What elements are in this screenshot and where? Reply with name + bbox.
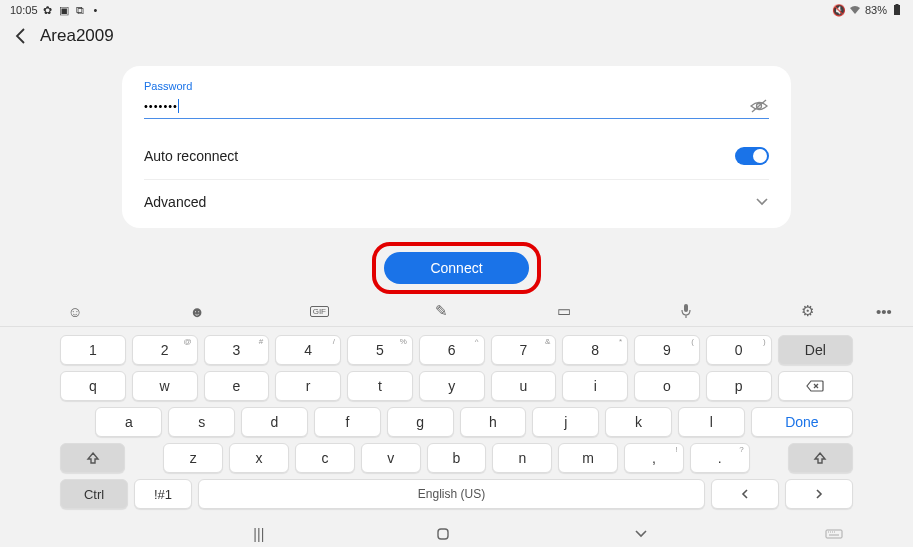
wifi-connect-card: Password ••••••• Auto reconnect Advanced: [122, 66, 791, 228]
key-3[interactable]: 3#: [204, 335, 270, 365]
keyboard-toolbar: ☺ ☻ GIF ✎ ▭ ⚙ •••: [0, 296, 913, 327]
key-shift-left[interactable]: [60, 443, 125, 473]
chevron-down-icon: [755, 197, 769, 207]
key-8[interactable]: 8*: [562, 335, 628, 365]
key-n[interactable]: n: [492, 443, 552, 473]
status-right: 🔇 83%: [833, 4, 903, 16]
kb-row-1: 12@3#4/5%6^7&8*9(0)Del: [60, 335, 853, 365]
key-s[interactable]: s: [168, 407, 235, 437]
key-e[interactable]: e: [204, 371, 270, 401]
status-left: 10:05 ✿ ▣ ⧉ •: [10, 4, 102, 16]
advanced-label: Advanced: [144, 194, 206, 210]
key-t[interactable]: t: [347, 371, 413, 401]
key-symbols[interactable]: !#1: [134, 479, 192, 509]
key-r[interactable]: r: [275, 371, 341, 401]
sticker-icon[interactable]: ☻: [136, 303, 258, 320]
password-input[interactable]: •••••••: [144, 100, 178, 112]
status-bar: 10:05 ✿ ▣ ⧉ • 🔇 83%: [0, 0, 913, 20]
key-l[interactable]: l: [678, 407, 745, 437]
key-arrow-right[interactable]: [785, 479, 853, 509]
gif-icon[interactable]: GIF: [258, 306, 380, 317]
key-0[interactable]: 0): [706, 335, 772, 365]
key-q[interactable]: q: [60, 371, 126, 401]
battery-percent: 83%: [865, 4, 887, 16]
key-v[interactable]: v: [361, 443, 421, 473]
text-cursor: [178, 99, 179, 113]
key-9[interactable]: 9(: [634, 335, 700, 365]
voice-icon[interactable]: [625, 303, 747, 319]
key-shift-right[interactable]: [788, 443, 853, 473]
header: Area2009: [0, 20, 913, 52]
key-j[interactable]: j: [532, 407, 599, 437]
settings-icon: ✿: [42, 4, 54, 16]
key-delete[interactable]: Del: [778, 335, 853, 365]
key-ctrl[interactable]: Ctrl: [60, 479, 128, 509]
auto-reconnect-toggle[interactable]: [735, 147, 769, 165]
key-1[interactable]: 1: [60, 335, 126, 365]
kb-row-4: zxcvbnm,!.?: [60, 443, 853, 473]
nav-back[interactable]: [634, 529, 674, 539]
dot-icon: •: [90, 4, 102, 16]
key-.[interactable]: .?: [690, 443, 750, 473]
mute-icon: 🔇: [833, 4, 845, 16]
connect-button-wrap: Connect: [0, 242, 913, 294]
svg-rect-8: [826, 530, 842, 538]
keyboard-hide-icon[interactable]: [825, 529, 843, 541]
key-o[interactable]: o: [634, 371, 700, 401]
connect-button[interactable]: Connect: [384, 252, 528, 284]
kb-row-2: qwertyuiop: [60, 371, 853, 401]
key-7[interactable]: 7&: [491, 335, 557, 365]
screenshot-icon: ⧉: [74, 4, 86, 16]
key-space[interactable]: English (US): [198, 479, 705, 509]
nav-recent[interactable]: |||: [239, 526, 279, 542]
key-y[interactable]: y: [419, 371, 485, 401]
clipboard-icon[interactable]: ▭: [503, 302, 625, 320]
keyboard-settings-icon[interactable]: ⚙: [747, 302, 869, 320]
page-title: Area2009: [40, 26, 114, 46]
key-f[interactable]: f: [314, 407, 381, 437]
key-h[interactable]: h: [460, 407, 527, 437]
password-label: Password: [144, 80, 769, 92]
auto-reconnect-label: Auto reconnect: [144, 148, 238, 164]
advanced-row[interactable]: Advanced: [144, 180, 769, 224]
more-icon[interactable]: •••: [869, 303, 899, 320]
on-screen-keyboard: ☺ ☻ GIF ✎ ▭ ⚙ ••• 12@3#4/5%6^7&8*9(0)Del…: [0, 296, 913, 547]
image-icon: ▣: [58, 4, 70, 16]
back-button[interactable]: [12, 27, 30, 45]
key-6[interactable]: 6^: [419, 335, 485, 365]
key-g[interactable]: g: [387, 407, 454, 437]
key-z[interactable]: z: [163, 443, 223, 473]
key-2[interactable]: 2@: [132, 335, 198, 365]
emoji-icon[interactable]: ☺: [14, 303, 136, 320]
key-k[interactable]: k: [605, 407, 672, 437]
key-p[interactable]: p: [706, 371, 772, 401]
key-backspace[interactable]: [778, 371, 853, 401]
svg-rect-4: [684, 304, 688, 312]
kb-row-5: Ctrl !#1 English (US): [60, 479, 853, 509]
key-u[interactable]: u: [491, 371, 557, 401]
nav-home[interactable]: [436, 527, 476, 541]
show-password-icon[interactable]: [749, 98, 769, 114]
key-done[interactable]: Done: [751, 407, 853, 437]
key-arrow-left[interactable]: [711, 479, 779, 509]
key-x[interactable]: x: [229, 443, 289, 473]
handwriting-icon[interactable]: ✎: [380, 302, 502, 320]
highlight-annotation: Connect: [372, 242, 540, 294]
keyboard-rows: 12@3#4/5%6^7&8*9(0)Del qwertyuiop asdfgh…: [0, 327, 913, 521]
key-5[interactable]: 5%: [347, 335, 413, 365]
svg-rect-0: [894, 5, 900, 15]
key-i[interactable]: i: [562, 371, 628, 401]
svg-rect-1: [896, 4, 899, 5]
password-field-row: •••••••: [144, 92, 769, 119]
status-time: 10:05: [10, 4, 38, 16]
key-,[interactable]: ,!: [624, 443, 684, 473]
key-4[interactable]: 4/: [275, 335, 341, 365]
key-d[interactable]: d: [241, 407, 308, 437]
auto-reconnect-row: Auto reconnect: [144, 133, 769, 179]
key-w[interactable]: w: [132, 371, 198, 401]
key-m[interactable]: m: [558, 443, 618, 473]
key-a[interactable]: a: [95, 407, 162, 437]
key-c[interactable]: c: [295, 443, 355, 473]
key-b[interactable]: b: [427, 443, 487, 473]
svg-rect-7: [438, 529, 448, 539]
